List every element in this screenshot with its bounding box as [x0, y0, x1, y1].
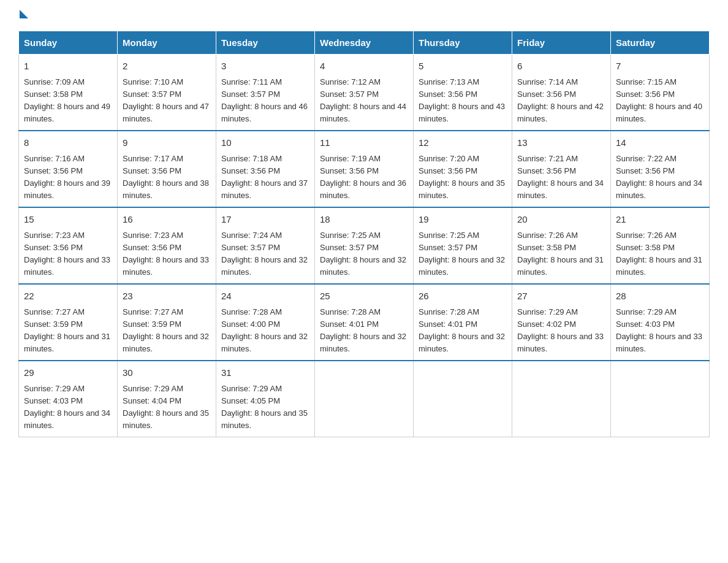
calendar-day-cell: 7Sunrise: 7:15 AMSunset: 3:56 PMDaylight…	[611, 55, 710, 131]
day-info: Sunrise: 7:20 AMSunset: 3:56 PMDaylight:…	[419, 154, 505, 200]
calendar-day-cell: 29Sunrise: 7:29 AMSunset: 4:03 PMDayligh…	[19, 361, 118, 437]
day-info: Sunrise: 7:29 AMSunset: 4:05 PMDaylight:…	[221, 384, 308, 430]
day-info: Sunrise: 7:18 AMSunset: 3:56 PMDaylight:…	[221, 154, 308, 200]
day-info: Sunrise: 7:09 AMSunset: 3:58 PMDaylight:…	[24, 77, 110, 123]
day-number: 24	[221, 289, 309, 304]
calendar-day-cell: 5Sunrise: 7:13 AMSunset: 3:56 PMDaylight…	[414, 55, 512, 131]
calendar-day-cell: 22Sunrise: 7:27 AMSunset: 3:59 PMDayligh…	[19, 284, 118, 361]
calendar-day-cell: 14Sunrise: 7:22 AMSunset: 3:56 PMDayligh…	[611, 131, 710, 207]
day-number: 7	[616, 59, 704, 74]
calendar-day-cell: 10Sunrise: 7:18 AMSunset: 3:56 PMDayligh…	[216, 131, 315, 207]
day-info: Sunrise: 7:28 AMSunset: 4:01 PMDaylight:…	[419, 307, 505, 353]
day-number: 28	[616, 289, 704, 304]
calendar-day-cell: 17Sunrise: 7:24 AMSunset: 3:57 PMDayligh…	[216, 207, 315, 284]
calendar-day-cell: 8Sunrise: 7:16 AMSunset: 3:56 PMDaylight…	[19, 131, 118, 207]
day-number: 2	[123, 59, 211, 74]
day-number: 11	[320, 136, 408, 150]
day-info: Sunrise: 7:26 AMSunset: 3:58 PMDaylight:…	[616, 231, 702, 277]
day-info: Sunrise: 7:23 AMSunset: 3:56 PMDaylight:…	[24, 231, 110, 277]
day-number: 16	[123, 213, 211, 227]
day-number: 17	[221, 213, 309, 227]
calendar-day-cell: 3Sunrise: 7:11 AMSunset: 3:57 PMDaylight…	[216, 55, 315, 131]
day-info: Sunrise: 7:24 AMSunset: 3:57 PMDaylight:…	[221, 231, 308, 277]
calendar-week-row: 1Sunrise: 7:09 AMSunset: 3:58 PMDaylight…	[19, 55, 710, 131]
col-header-wednesday: Wednesday	[315, 31, 414, 55]
logo	[18, 12, 28, 18]
calendar-day-cell: 30Sunrise: 7:29 AMSunset: 4:04 PMDayligh…	[118, 361, 216, 437]
calendar-day-cell: 12Sunrise: 7:20 AMSunset: 3:56 PMDayligh…	[414, 131, 512, 207]
day-info: Sunrise: 7:25 AMSunset: 3:57 PMDaylight:…	[320, 231, 406, 277]
calendar-week-row: 15Sunrise: 7:23 AMSunset: 3:56 PMDayligh…	[19, 207, 710, 284]
day-number: 21	[616, 213, 704, 227]
calendar-day-cell: 9Sunrise: 7:17 AMSunset: 3:56 PMDaylight…	[118, 131, 216, 207]
day-info: Sunrise: 7:29 AMSunset: 4:02 PMDaylight:…	[517, 307, 604, 353]
day-info: Sunrise: 7:10 AMSunset: 3:57 PMDaylight:…	[123, 77, 209, 123]
day-info: Sunrise: 7:28 AMSunset: 4:01 PMDaylight:…	[320, 307, 406, 353]
page-header	[18, 12, 710, 18]
col-header-monday: Monday	[118, 31, 216, 55]
day-number: 4	[320, 59, 408, 74]
day-number: 18	[320, 213, 408, 227]
day-number: 12	[419, 136, 507, 150]
day-number: 22	[24, 289, 112, 304]
day-number: 14	[616, 136, 704, 150]
day-number: 10	[221, 136, 309, 150]
day-info: Sunrise: 7:14 AMSunset: 3:56 PMDaylight:…	[517, 77, 604, 123]
calendar-day-cell: 24Sunrise: 7:28 AMSunset: 4:00 PMDayligh…	[216, 284, 315, 361]
logo-blue-part	[18, 12, 28, 18]
col-header-sunday: Sunday	[19, 31, 118, 55]
day-info: Sunrise: 7:26 AMSunset: 3:58 PMDaylight:…	[517, 231, 604, 277]
calendar-day-cell: 1Sunrise: 7:09 AMSunset: 3:58 PMDaylight…	[19, 55, 118, 131]
day-info: Sunrise: 7:25 AMSunset: 3:57 PMDaylight:…	[419, 231, 505, 277]
day-number: 25	[320, 289, 408, 304]
calendar-day-cell: 27Sunrise: 7:29 AMSunset: 4:02 PMDayligh…	[512, 284, 611, 361]
calendar-week-row: 29Sunrise: 7:29 AMSunset: 4:03 PMDayligh…	[19, 361, 710, 437]
day-info: Sunrise: 7:17 AMSunset: 3:56 PMDaylight:…	[123, 154, 209, 200]
day-number: 1	[24, 59, 112, 74]
day-info: Sunrise: 7:21 AMSunset: 3:56 PMDaylight:…	[517, 154, 604, 200]
day-info: Sunrise: 7:28 AMSunset: 4:00 PMDaylight:…	[221, 307, 308, 353]
calendar-day-cell	[611, 361, 710, 437]
day-info: Sunrise: 7:15 AMSunset: 3:56 PMDaylight:…	[616, 77, 702, 123]
day-number: 27	[517, 289, 605, 304]
day-number: 8	[24, 136, 112, 150]
calendar-day-cell: 16Sunrise: 7:23 AMSunset: 3:56 PMDayligh…	[118, 207, 216, 284]
col-header-tuesday: Tuesday	[216, 31, 315, 55]
calendar-day-cell: 25Sunrise: 7:28 AMSunset: 4:01 PMDayligh…	[315, 284, 414, 361]
day-number: 5	[419, 59, 507, 74]
calendar-day-cell: 23Sunrise: 7:27 AMSunset: 3:59 PMDayligh…	[118, 284, 216, 361]
col-header-thursday: Thursday	[414, 31, 512, 55]
day-info: Sunrise: 7:29 AMSunset: 4:03 PMDaylight:…	[24, 384, 110, 430]
calendar-day-cell: 18Sunrise: 7:25 AMSunset: 3:57 PMDayligh…	[315, 207, 414, 284]
calendar-day-cell: 2Sunrise: 7:10 AMSunset: 3:57 PMDaylight…	[118, 55, 216, 131]
calendar-day-cell: 31Sunrise: 7:29 AMSunset: 4:05 PMDayligh…	[216, 361, 315, 437]
day-number: 15	[24, 213, 112, 227]
day-info: Sunrise: 7:22 AMSunset: 3:56 PMDaylight:…	[616, 154, 702, 200]
calendar-day-cell	[512, 361, 611, 437]
day-number: 9	[123, 136, 211, 150]
day-info: Sunrise: 7:12 AMSunset: 3:57 PMDaylight:…	[320, 77, 406, 123]
logo-triangle-icon	[20, 10, 28, 18]
calendar-day-cell: 4Sunrise: 7:12 AMSunset: 3:57 PMDaylight…	[315, 55, 414, 131]
day-info: Sunrise: 7:27 AMSunset: 3:59 PMDaylight:…	[24, 307, 110, 353]
calendar-day-cell: 26Sunrise: 7:28 AMSunset: 4:01 PMDayligh…	[414, 284, 512, 361]
day-number: 20	[517, 213, 605, 227]
calendar-day-cell	[315, 361, 414, 437]
col-header-friday: Friday	[512, 31, 611, 55]
day-number: 6	[517, 59, 605, 74]
day-info: Sunrise: 7:29 AMSunset: 4:03 PMDaylight:…	[616, 307, 702, 353]
calendar-day-cell: 28Sunrise: 7:29 AMSunset: 4:03 PMDayligh…	[611, 284, 710, 361]
day-number: 30	[123, 366, 211, 380]
calendar-day-cell	[414, 361, 512, 437]
day-info: Sunrise: 7:23 AMSunset: 3:56 PMDaylight:…	[123, 231, 209, 277]
calendar-table: SundayMondayTuesdayWednesdayThursdayFrid…	[18, 31, 710, 437]
calendar-day-cell: 6Sunrise: 7:14 AMSunset: 3:56 PMDaylight…	[512, 55, 611, 131]
col-header-saturday: Saturday	[611, 31, 710, 55]
day-number: 19	[419, 213, 507, 227]
calendar-day-cell: 15Sunrise: 7:23 AMSunset: 3:56 PMDayligh…	[19, 207, 118, 284]
day-number: 13	[517, 136, 605, 150]
day-number: 3	[221, 59, 309, 74]
calendar-week-row: 22Sunrise: 7:27 AMSunset: 3:59 PMDayligh…	[19, 284, 710, 361]
day-info: Sunrise: 7:27 AMSunset: 3:59 PMDaylight:…	[123, 307, 209, 353]
day-number: 29	[24, 366, 112, 380]
